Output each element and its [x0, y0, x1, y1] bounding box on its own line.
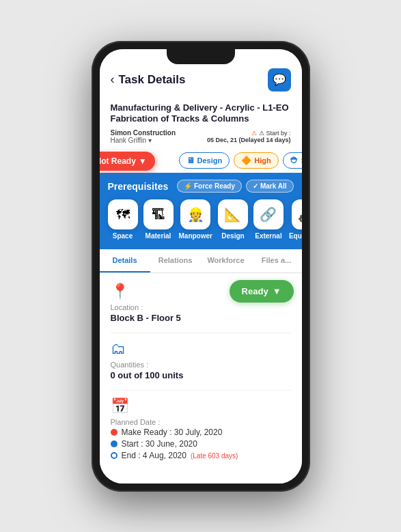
prereq-icons-row: 🗺 Space 🏗 Material 👷 Manpower 📐 Design 🔗	[108, 199, 294, 240]
prereq-equipment[interactable]: 🚜 Equipment	[289, 199, 302, 240]
location-value: Block B - Floor 5	[111, 313, 291, 323]
equipment-icon: 🚜	[298, 206, 301, 223]
prereq-material[interactable]: 🏗 Material	[143, 199, 174, 240]
start-dot	[111, 440, 117, 447]
prereq-manpower[interactable]: 👷 Manpower	[179, 199, 212, 240]
ready-button[interactable]: Ready ▼	[230, 280, 294, 303]
force-icon: ⚡	[184, 182, 192, 190]
prereq-space[interactable]: 🗺 Space	[108, 199, 138, 240]
planned-date-block: 📅 Planned Date : Make Ready : 30 July, 2…	[111, 397, 291, 460]
external-icon: 🔗	[260, 206, 277, 223]
quantities-icon: 🗂	[111, 340, 291, 358]
make-ready-row: Make Ready : 30 July, 2020	[111, 428, 291, 437]
start-date: 05 Dec, 21 (Delayed 14 days)	[207, 137, 291, 143]
tab-workforce[interactable]: Workforce	[201, 249, 251, 272]
safety-icon: ⛑	[290, 156, 299, 165]
end-date-value: End : 4 Aug, 2020	[122, 451, 186, 460]
page-title: Task Details	[119, 73, 268, 87]
phone-frame: ‹ Task Details 💬 Manufacturing & Deliver…	[92, 41, 310, 492]
prereq-design[interactable]: 📐 Design	[218, 199, 248, 240]
prerequisites-section: Prerequisites ⚡ Force Ready ✓ Mark All 🗺…	[100, 173, 302, 249]
prerequisites-title: Prerequisites	[108, 181, 169, 192]
task-info: Manufacturing & Delivery - Acrylic - L1-…	[100, 98, 302, 150]
make-ready-dot	[111, 429, 117, 436]
mark-all-button[interactable]: ✓ Mark All	[246, 180, 294, 193]
phone-screen: ‹ Task Details 💬 Manufacturing & Deliver…	[100, 49, 302, 484]
task-title: Manufacturing & Delivery - Acrylic - L1-…	[111, 102, 291, 126]
make-ready-date: Make Ready : 30 July, 2020	[122, 428, 223, 437]
warning-icon: ⚠	[251, 130, 257, 137]
end-row: End : 4 Aug, 2020 (Late 603 days)	[111, 451, 291, 460]
back-button[interactable]: ‹	[111, 72, 115, 87]
design-icon: 🖥	[186, 156, 195, 165]
tabs-row: Details Relations Workforce Files a...	[100, 249, 302, 273]
high-tag[interactable]: 🔶 High	[234, 152, 278, 169]
design-tag[interactable]: 🖥 Design	[179, 152, 230, 169]
chat-button[interactable]: 💬	[268, 68, 291, 92]
material-icon: 🏗	[152, 207, 165, 223]
chat-icon: 💬	[273, 73, 286, 86]
manpower-icon: 👷	[187, 206, 204, 223]
quantities-value: 0 out of 100 units	[111, 370, 291, 380]
phone-notch	[167, 49, 235, 64]
high-icon: 🔶	[241, 156, 251, 165]
company-name: Simon Construction	[111, 129, 176, 137]
start-date-value: Start : 30 June, 2020	[122, 439, 197, 449]
planned-date-label: Planned Date :	[111, 418, 291, 426]
prereq-external[interactable]: 🔗 External	[253, 199, 284, 240]
check-icon: ✓	[253, 182, 258, 190]
quantities-label: Quantities :	[111, 361, 291, 369]
late-badge: (Late 603 days)	[191, 452, 238, 460]
tab-files[interactable]: Files a...	[251, 249, 302, 272]
divider-1	[111, 333, 291, 333]
location-label: Location :	[111, 303, 291, 311]
safety-tag[interactable]: ⛑ Safety	[283, 152, 302, 169]
tags-row: Not Ready ▼ 🖥 Design 🔶 High ⛑ Safety	[100, 150, 302, 173]
space-icon: 🗺	[116, 207, 130, 223]
force-ready-button[interactable]: ⚡ Force Ready	[177, 180, 242, 193]
content-area: Ready ▼ 📍 Location : Block B - Floor 5 🗂…	[100, 273, 302, 483]
end-dot	[111, 452, 117, 459]
start-label: ⚠ ⚠ Start by :	[207, 130, 291, 137]
assignee-name[interactable]: Hank Griffin ▾	[111, 137, 176, 144]
design-prereq-icon: 📐	[224, 206, 241, 223]
calendar-icon: 📅	[111, 397, 291, 415]
tab-details[interactable]: Details	[100, 249, 150, 272]
not-ready-button[interactable]: Not Ready ▼	[100, 152, 155, 171]
divider-2	[111, 390, 291, 391]
start-row: Start : 30 June, 2020	[111, 439, 291, 449]
quantities-block: 🗂 Quantities : 0 out of 100 units	[111, 340, 291, 380]
tab-relations[interactable]: Relations	[150, 249, 201, 272]
